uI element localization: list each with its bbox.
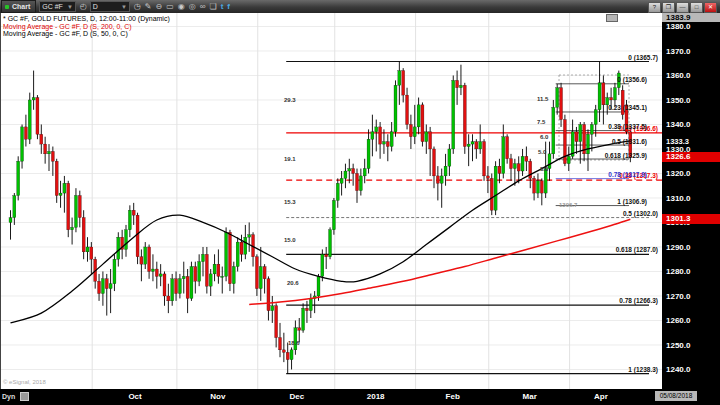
quote-icon[interactable]: ◴ — [80, 3, 87, 11]
fib-level-label: 0.5 (1302.0) — [623, 210, 658, 218]
symbol-value: GC #F — [42, 3, 63, 10]
help-button[interactable]: ? — [648, 2, 661, 13]
ma50-legend[interactable]: Moving Average - GC #F, D (S, 50, 0, C) — [3, 30, 170, 38]
fib-level-label: 0.38 (1337.5) — [608, 123, 647, 131]
axis-tick-label: 1290.0 — [666, 243, 690, 252]
axis-tick-label: 1320.0 — [666, 169, 690, 178]
month-label: Oct — [128, 392, 141, 401]
note-icon[interactable]: ▭ — [166, 3, 174, 11]
session-grid-icon[interactable] — [20, 392, 29, 401]
candlestick-chart[interactable]: 0 (1365.7)0.23 (1336.6)0.38 (1317.3)0.5 … — [1, 13, 663, 389]
axis-tick-label: 1310.0 — [666, 194, 690, 203]
chart-title: * GC #F, GOLD FUTURES, D, 12:00-11:00 (D… — [3, 15, 170, 23]
axis-tick-label: 1260.0 — [666, 316, 690, 325]
crosshair-cursor-icon — [606, 14, 618, 22]
study-legend: * GC #F, GOLD FUTURES, D, 12:00-11:00 (D… — [3, 15, 170, 38]
record-icon[interactable]: ◉ — [178, 3, 185, 11]
copyright-note: © eSignal, 2018 — [3, 379, 46, 385]
chart-plot-area[interactable]: 0 (1365.7)0.23 (1336.6)0.38 (1317.3)0.5 … — [0, 13, 663, 389]
annotation-label: 15.0 — [284, 237, 296, 243]
fib-level-label: 0 (1365.7) — [628, 54, 658, 62]
month-label: Nov — [210, 392, 225, 401]
interval-value: D — [93, 3, 98, 10]
annotation-label: 19.1 — [284, 156, 296, 162]
cursor-price-box: 1383.9 — [662, 13, 720, 22]
cursor-date-box: 05/08/2018 — [655, 391, 697, 401]
symbol-input[interactable]: GC #F ▼ — [39, 1, 76, 12]
fib-level-label: 0.23 (1345.1) — [608, 104, 647, 112]
ma50-axis-value: 1333.3 — [666, 137, 689, 146]
chart-window: Chart GC #F ▼ ◴ D ▼ ◷ ✎ ⊖ ▭ ◉ ◎ ∞ ❏ t f … — [0, 0, 720, 405]
annotation-label: 18.6 — [288, 340, 300, 346]
month-label: Feb — [446, 392, 460, 401]
facebook-icon[interactable]: f — [227, 3, 230, 11]
month-label: Mar — [523, 392, 537, 401]
fib-level-label: 1 (1306.9) — [617, 198, 647, 206]
fib-level-label: 0 (1356.6) — [617, 76, 647, 84]
axis-tick-label: 1380.0 — [666, 22, 690, 31]
annotation-label: 7.5 — [537, 119, 546, 125]
tab-chart[interactable]: Chart — [1, 0, 36, 13]
toolbar: Chart GC #F ▼ ◴ D ▼ ◷ ✎ ⊖ ▭ ◉ ◎ ∞ ❏ t f … — [0, 0, 720, 13]
annotation-label: 20.6 — [287, 280, 299, 286]
axis-tick-label: 1240.0 — [666, 365, 690, 374]
fib-level-label: 0.78 (1317.9) — [608, 171, 647, 179]
annotation-label: 29.3 — [284, 97, 296, 103]
annotation-label: 1306.7 — [559, 202, 578, 208]
axis-tick-label: 1250.0 — [666, 341, 690, 350]
restore-button[interactable]: ❐ — [662, 2, 675, 13]
twitter-icon[interactable]: t — [221, 3, 224, 11]
status-dot-icon — [5, 5, 9, 9]
target-icon[interactable]: ◎ — [189, 3, 196, 11]
tab-chart-label: Chart — [12, 3, 30, 10]
dynamic-session-label[interactable]: Dyn — [2, 393, 15, 400]
axis-tick-label: 1360.0 — [666, 71, 690, 80]
maximize-button[interactable]: □ — [690, 2, 703, 13]
axis-tick-label: 1350.0 — [666, 96, 690, 105]
fib-level-label: 0.78 (1266.3) — [619, 297, 658, 305]
fib-level-label: 1 (1238.3) — [628, 366, 658, 374]
annotation-label: 8.0 — [540, 166, 549, 172]
fib-level-label: 0.618 (1325.9) — [605, 152, 647, 160]
clock-icon[interactable]: ◷ — [134, 3, 141, 11]
ma200-line — [249, 219, 630, 304]
ma200-axis-value-box: 1301.3 — [662, 214, 720, 224]
interval-input[interactable]: D ▼ — [90, 1, 130, 12]
fib-level-label: 0.618 (1287.0) — [616, 246, 658, 254]
annotation-label: 11.5 — [537, 96, 549, 102]
annotation-label: 6.0 — [540, 134, 549, 140]
zoom-out-icon[interactable]: ⊖ — [156, 3, 163, 11]
month-label: Apr — [594, 392, 608, 401]
fib-retracement-primary — [286, 62, 663, 374]
fib-labels: 0 (1365.7)0.23 (1336.6)0.38 (1317.3)0.5 … — [605, 54, 658, 374]
fib-level-label: 0.5 (1331.6) — [612, 138, 647, 146]
link-icon[interactable]: ∞ — [200, 3, 206, 11]
annotation-label: 5.0 — [538, 149, 547, 155]
chevron-down-icon[interactable]: ▼ — [67, 4, 73, 10]
axis-tick-label: 1270.0 — [666, 292, 690, 301]
window-controls: ? ❐ — □ ✕ — [648, 2, 717, 13]
minimize-button[interactable]: — — [676, 2, 689, 13]
month-label: 2018 — [367, 392, 385, 401]
chevron-down-icon[interactable]: ▼ — [121, 4, 127, 10]
price-axis[interactable]: 1380.01370.01360.01350.01340.01330.01320… — [662, 13, 720, 389]
axis-tick-label: 1280.0 — [666, 267, 690, 276]
axis-tick-label: 1340.0 — [666, 120, 690, 129]
close-button[interactable]: ✕ — [704, 2, 717, 13]
axis-tick-label: 1370.0 — [666, 47, 690, 56]
chat-icon[interactable]: ❏ — [209, 3, 216, 11]
pencil-icon[interactable]: ✎ — [145, 3, 152, 11]
gridlines — [1, 13, 663, 389]
annotation-label: 15.3 — [284, 199, 296, 205]
ma200-legend[interactable]: Moving Average - GC #F, D (S, 200, 0, C) — [3, 23, 170, 31]
last-price-box: 1326.6 — [662, 152, 720, 162]
date-axis[interactable]: Dyn 05/08/2018 OctNovDec2018FebMarApr — [0, 389, 720, 405]
month-label: Dec — [289, 392, 304, 401]
